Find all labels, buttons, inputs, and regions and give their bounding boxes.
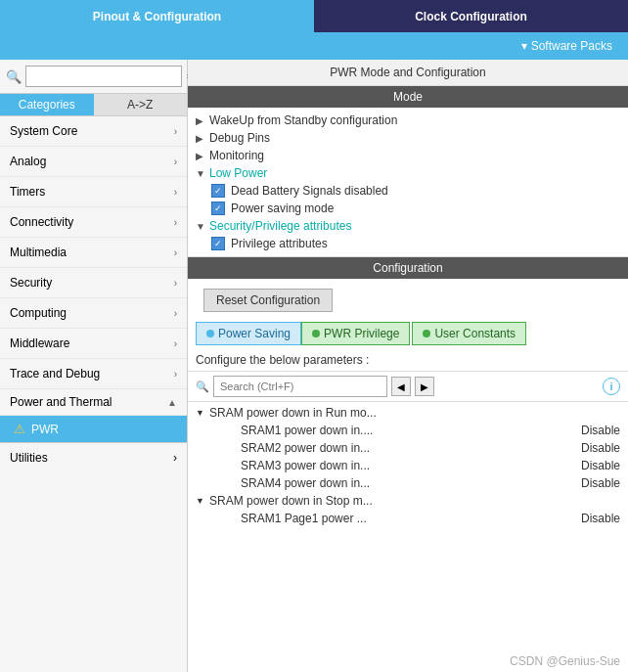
param-sram-run[interactable]: ▼ SRAM power down in Run mo... [188,404,628,422]
sidebar-item-timers[interactable]: Timers › [0,177,187,207]
search-icon: 🔍 [6,69,22,84]
sidebar-item-utilities[interactable]: Utilities › [0,442,187,472]
chevron-right-icon: › [174,217,177,228]
tab-pwr-privilege[interactable]: PWR Privilege [301,322,410,345]
param-sram2-run[interactable]: SRAM2 power down in... Disable [188,439,628,457]
expand-icon [196,133,205,144]
checkbox-privilege[interactable]: ✓ [211,237,225,250]
chevron-right-icon: › [174,308,177,319]
watermark: CSDN @Genius-Sue [510,654,620,668]
chevron-right-icon: › [174,126,177,137]
clock-label: Clock Configuration [415,10,527,23]
tree-item-low-power[interactable]: Low Power [188,164,628,182]
software-packs-button[interactable]: ▾ Software Packs [521,39,612,53]
content-area: PWR Mode and Configuration Mode WakeUp f… [188,60,628,672]
sidebar-item-trace-debug[interactable]: Trace and Debug › [0,359,187,389]
main-layout: 🔍 ⚙ Categories A->Z System Core › Analog… [0,60,628,672]
tree-item-dead-battery[interactable]: ✓ Dead Battery Signals disabled [188,182,628,200]
pinout-label: Pinout & Configuration [93,10,221,23]
search-next-button[interactable]: ▶ [415,377,434,396]
search-prev-button[interactable]: ◀ [391,377,411,396]
sidebar-item-power-thermal[interactable]: Power and Thermal ▲ [0,389,187,416]
clock-tab[interactable]: Clock Configuration [314,0,628,32]
config-tabs: Power Saving PWR Privilege User Constant… [188,322,628,349]
tab-dot-blue [206,330,214,337]
chevron-down-icon: ▾ [521,39,527,53]
tab-categories[interactable]: Categories [0,94,94,115]
tree-item-security-privilege[interactable]: Security/Privilege attributes [188,217,628,235]
tree-item-monitoring[interactable]: Monitoring [188,147,628,164]
checkbox-dead-battery[interactable]: ✓ [211,184,225,198]
expand-icon: ▼ [196,496,205,506]
sidebar: 🔍 ⚙ Categories A->Z System Core › Analog… [0,60,188,672]
software-packs-bar: ▾ Software Packs [0,32,628,60]
sidebar-tabs: Categories A->Z [0,94,187,116]
tree-item-power-saving-mode[interactable]: ✓ Power saving mode [188,200,628,217]
sidebar-item-security[interactable]: Security › [0,268,187,298]
sidebar-item-system-core[interactable]: System Core › [0,116,187,147]
sidebar-items-list: System Core › Analog › Timers › Connecti… [0,116,187,672]
param-sram4-run[interactable]: SRAM4 power down in... Disable [188,474,628,492]
search-icon-small: 🔍 [196,381,209,393]
sidebar-item-analog[interactable]: Analog › [0,147,187,177]
sidebar-item-multimedia[interactable]: Multimedia › [0,238,187,268]
chevron-right-icon: › [174,157,177,167]
sidebar-search-input[interactable] [25,66,182,87]
expand-icon [196,221,205,232]
tab-user-constants[interactable]: User Constants [412,322,526,345]
sidebar-item-pwr[interactable]: ⚠ PWR [0,416,187,442]
chevron-right-icon: › [174,278,177,289]
software-packs-label: Software Packs [531,39,612,53]
checkbox-power-saving[interactable]: ✓ [211,202,225,215]
param-sram1-run[interactable]: SRAM1 power down in.... Disable [188,422,628,439]
chevron-up-icon: ▲ [167,397,177,408]
chevron-right-icon: › [173,451,177,465]
expand-icon [196,151,205,161]
reset-configuration-button[interactable]: Reset Configuration [203,289,333,312]
tab-dot-green [312,330,320,337]
header: Pinout & Configuration Clock Configurati… [0,0,628,32]
sidebar-item-middleware[interactable]: Middleware › [0,329,187,359]
params-tree: ▼ SRAM power down in Run mo... SRAM1 pow… [188,402,628,672]
tab-power-saving[interactable]: Power Saving [196,322,301,345]
content-title: PWR Mode and Configuration [188,60,628,86]
tree-item-debug-pins[interactable]: Debug Pins [188,129,628,147]
tab-dot-green2 [423,330,430,337]
mode-section-header: Mode [188,86,628,108]
param-sram-stop[interactable]: ▼ SRAM power down in Stop m... [188,492,628,510]
info-button[interactable]: i [603,378,620,395]
expand-icon [196,168,205,179]
sidebar-item-connectivity[interactable]: Connectivity › [0,207,187,238]
mode-tree: WakeUp from Standby configuration Debug … [188,108,628,257]
chevron-right-icon: › [174,369,177,380]
config-section: Configuration Reset Configuration Power … [188,257,628,672]
chevron-right-icon: › [174,247,177,258]
sidebar-item-computing[interactable]: Computing › [0,298,187,329]
expand-icon [196,115,205,126]
params-search-input[interactable] [213,376,387,397]
tab-az[interactable]: A->Z [94,94,188,115]
pinout-tab[interactable]: Pinout & Configuration [0,0,314,32]
tree-item-wakeup[interactable]: WakeUp from Standby configuration [188,112,628,129]
config-section-header: Configuration [188,257,628,279]
chevron-right-icon: › [174,187,177,198]
configure-label: Configure the below parameters : [188,349,628,372]
warning-icon: ⚠ [14,422,25,436]
sidebar-search-row: 🔍 ⚙ [0,60,187,94]
tree-item-privilege-attributes[interactable]: ✓ Privilege attributes [188,235,628,252]
param-sram3-run[interactable]: SRAM3 power down in... Disable [188,457,628,474]
params-search-row: 🔍 ◀ ▶ i [188,372,628,402]
expand-icon: ▼ [196,408,205,418]
chevron-right-icon: › [174,338,177,349]
param-sram1-page1[interactable]: SRAM1 Page1 power ... Disable [188,510,628,527]
